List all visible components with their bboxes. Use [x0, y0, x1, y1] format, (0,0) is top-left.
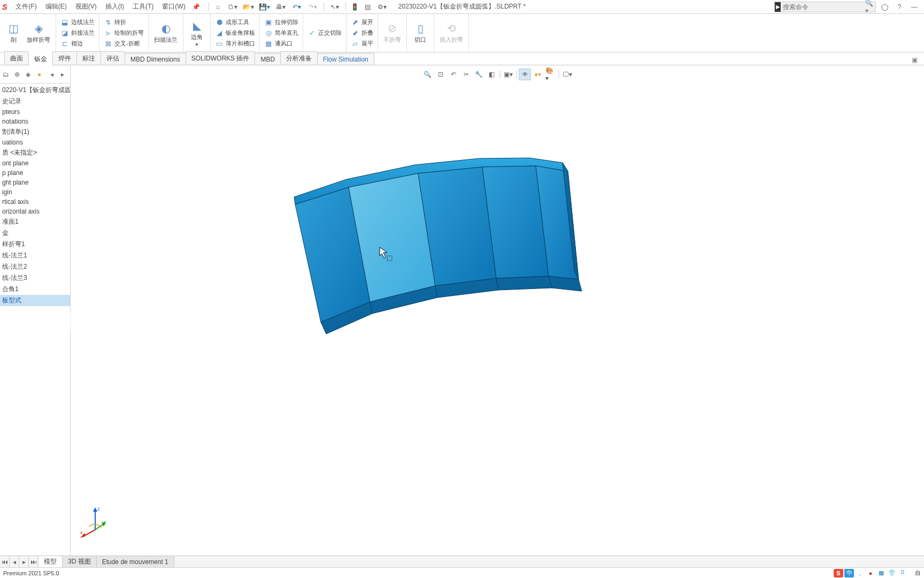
zoom-area-icon[interactable]: ⊡: [435, 69, 446, 80]
ime-toolbox-icon[interactable]: ⠿: [898, 569, 907, 577]
tree-item[interactable]: ont plane: [0, 158, 70, 168]
tree-item[interactable]: pteurs: [0, 107, 70, 117]
flatten-button[interactable]: ▱展平: [350, 39, 374, 49]
3d-viewport[interactable]: 🔍 ⊡ ↶ ✂ 🔧 ◧ ▣▾ 👁 ●▾ 🎨▾ 🖵▾: [71, 65, 924, 556]
base-flange-button[interactable]: ◫削: [3, 21, 24, 45]
tree-item[interactable]: igin: [0, 187, 70, 197]
tree-item[interactable]: 板型式: [0, 295, 70, 306]
tree-item[interactable]: 金: [0, 227, 70, 239]
edge-flange-button[interactable]: ⬓边线法兰: [59, 18, 96, 27]
tree-item[interactable]: 线-法兰3: [0, 272, 70, 284]
tab-nav-first-icon[interactable]: ⏮: [0, 556, 10, 567]
tab-annotate[interactable]: 标注: [76, 51, 101, 65]
print-icon[interactable]: 🖶▾: [273, 1, 288, 13]
tab-mbd-dimensions[interactable]: MBD Dimensions: [125, 53, 186, 65]
swept-flange-button[interactable]: ◐扫描法兰: [152, 21, 180, 45]
tree-item[interactable]: orizontal axis: [0, 207, 70, 216]
tab-surface[interactable]: 曲面: [4, 51, 29, 65]
tabs-scroll-right-icon[interactable]: ▸: [57, 69, 68, 80]
dynamic-annotation-icon[interactable]: 🔧: [473, 69, 485, 80]
tree-item[interactable]: 质 <未指定>: [0, 147, 70, 158]
sketched-bend-button[interactable]: ⪢绘制的折弯: [103, 28, 145, 38]
tree-item[interactable]: 准面1: [0, 216, 70, 227]
tab-sw-addins[interactable]: SOLIDWORKS 插件: [186, 51, 256, 65]
new-doc-icon[interactable]: 🗋▾: [225, 1, 240, 13]
feature-tree[interactable]: 0220-V1【钣金折弯成圆史记录pteursnotations割清单(1)ua…: [0, 83, 70, 556]
extruded-cut-button[interactable]: ▣拉伸切除: [263, 18, 299, 27]
tree-item[interactable]: rtical axis: [0, 197, 70, 207]
menu-insert[interactable]: 插入(I): [101, 2, 128, 11]
tree-item[interactable]: 线-法兰2: [0, 261, 70, 272]
vent-button[interactable]: ▦通风口: [263, 39, 299, 49]
section-view-icon[interactable]: ✂: [460, 69, 472, 80]
undo-icon[interactable]: ↶▾: [289, 1, 304, 13]
tree-item[interactable]: ght plane: [0, 178, 70, 187]
simple-hole-button[interactable]: ◎简单直孔: [263, 28, 299, 38]
redo-icon[interactable]: ↷▾: [305, 1, 320, 13]
list-icon[interactable]: ▤: [362, 1, 374, 13]
edit-appearance-icon[interactable]: ●▾: [532, 69, 544, 80]
display-manager-tab-icon[interactable]: ●: [35, 69, 43, 80]
corners-button[interactable]: ◣边角▼: [187, 18, 207, 48]
menu-view[interactable]: 视图(V): [71, 2, 101, 11]
bottom-tab-model[interactable]: 模型: [38, 556, 63, 567]
ime-skin-icon[interactable]: 👕: [887, 569, 897, 577]
lofted-bend-button[interactable]: ◈放样折弯: [25, 21, 52, 45]
menu-edit[interactable]: 编辑(E): [41, 2, 71, 11]
tab-sheetmetal[interactable]: 钣金: [28, 51, 53, 65]
bottom-tab-motion-study[interactable]: Etude de mouvement 1: [97, 556, 174, 567]
ime-voice-icon[interactable]: ●: [866, 569, 875, 577]
gusset-button[interactable]: ◢钣金角撑板: [214, 28, 256, 38]
hem-button[interactable]: ⊏褶边: [59, 39, 96, 49]
view-settings-icon[interactable]: 🖵▾: [561, 69, 573, 80]
tab-flow-simulation[interactable]: Flow Simulation: [317, 53, 374, 65]
tree-item[interactable]: 0220-V1【钣金折弯成圆: [0, 85, 70, 96]
normal-cut-button[interactable]: ✓正交切除: [306, 28, 343, 38]
hide-show-icon[interactable]: 👁: [519, 69, 531, 80]
config-manager-tab-icon[interactable]: ◈: [25, 69, 33, 80]
pin-icon[interactable]: 📌: [192, 3, 200, 11]
ime-sogou-icon[interactable]: S: [834, 569, 843, 577]
ime-punct-icon[interactable]: ,: [855, 569, 865, 577]
ime-lang-badge[interactable]: 中: [844, 569, 854, 577]
tab-nav-last-icon[interactable]: ⏭: [29, 556, 38, 567]
apply-scene-icon[interactable]: 🎨▾: [545, 69, 557, 80]
tab-weldments[interactable]: 焊件: [52, 51, 77, 65]
tabs-scroll-left-icon[interactable]: ◂: [47, 69, 57, 80]
miter-flange-button[interactable]: ◪斜接法兰: [59, 28, 96, 38]
select-icon[interactable]: ↖▾: [327, 1, 342, 13]
tree-item[interactable]: 线-法兰1: [0, 250, 70, 261]
forming-tool-button[interactable]: ⬢成形工具: [214, 18, 256, 27]
user-icon[interactable]: ◯: [878, 1, 891, 13]
rip-button[interactable]: ▯切口: [410, 21, 430, 45]
property-manager-tab-icon[interactable]: ⊕: [13, 69, 21, 80]
search-input[interactable]: [781, 3, 865, 11]
tab-mbd[interactable]: MBD: [255, 53, 281, 65]
view-orientation-triad[interactable]: z y x: [79, 505, 117, 543]
tab-nav-prev-icon[interactable]: ◂: [10, 556, 19, 567]
bottom-tab-3dview[interactable]: 3D 视图: [63, 556, 97, 567]
traffic-light-icon[interactable]: 🚦: [349, 1, 361, 13]
tree-item[interactable]: 史记录: [0, 96, 70, 107]
menu-tools[interactable]: 工具(T): [128, 2, 158, 11]
sheetmetal-part-model[interactable]: [263, 140, 605, 365]
tab-analysis-prep[interactable]: 分析准备: [280, 51, 318, 65]
fold-button[interactable]: ⬋折叠: [350, 28, 374, 38]
settings-icon[interactable]: ⚙▾: [375, 1, 390, 13]
view-orientation-icon[interactable]: ◧: [486, 69, 498, 80]
menu-file[interactable]: 文件(F): [11, 2, 41, 11]
tree-item[interactable]: p plane: [0, 168, 70, 178]
display-style-icon[interactable]: ▣▾: [503, 69, 514, 80]
home-icon[interactable]: ⌂: [212, 1, 224, 13]
tree-item[interactable]: notations: [0, 117, 70, 126]
tree-item[interactable]: 样折弯1: [0, 239, 70, 250]
zoom-fit-icon[interactable]: 🔍: [422, 69, 434, 80]
ime-keyboard-icon[interactable]: ▦: [876, 569, 886, 577]
minimize-icon[interactable]: —: [908, 1, 921, 13]
tab-slot-button[interactable]: ▭薄片和槽口: [214, 39, 256, 49]
feature-tree-tab-icon[interactable]: 🗂: [2, 69, 10, 80]
command-search[interactable]: ▶ 🔍▾: [774, 2, 876, 12]
tree-item[interactable]: 合角1: [0, 284, 70, 295]
jog-button[interactable]: ↯转折: [103, 18, 145, 27]
help-icon[interactable]: ?: [893, 1, 906, 13]
